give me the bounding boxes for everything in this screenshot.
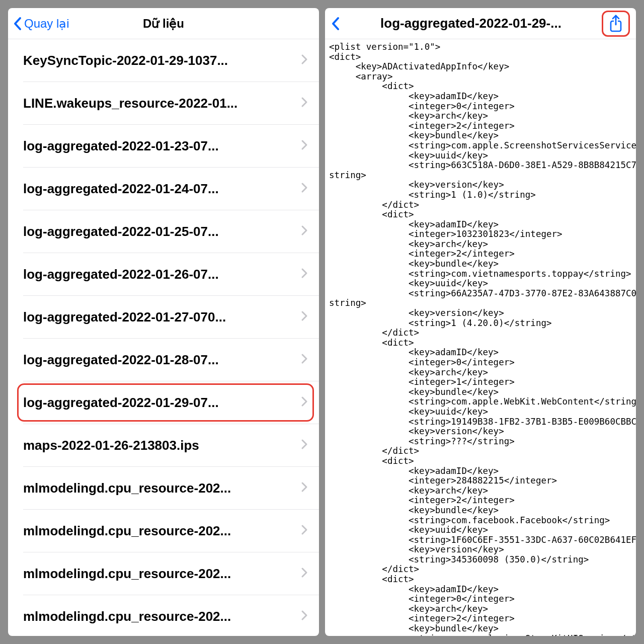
list-item-label: log-aggregated-2022-01-29-07... (23, 395, 301, 411)
file-list: KeySyncTopic-2022-01-29-1037...LINE.wake… (8, 39, 319, 636)
left-nav-bar: Quay lại Dữ liệu (8, 8, 319, 39)
chevron-right-icon (301, 225, 308, 238)
right-nav-bar: log-aggregated-2022-01-29-... (325, 8, 636, 39)
right-panel: log-aggregated-2022-01-29-... <plist ver… (325, 8, 636, 636)
list-item[interactable]: log-aggregated-2022-01-26-07... (23, 253, 319, 296)
chevron-right-icon (301, 268, 308, 281)
list-item[interactable]: mlmodelingd.cpu_resource-202... (23, 552, 319, 595)
list-item[interactable]: log-aggregated-2022-01-29-07... (23, 381, 319, 424)
chevron-right-icon (301, 481, 308, 495)
list-item[interactable]: mlmodelingd.cpu_resource-202... (23, 467, 319, 510)
list-item-label: log-aggregated-2022-01-27-070... (23, 309, 301, 325)
chevron-right-icon (301, 353, 308, 366)
list-item-label: log-aggregated-2022-01-25-07... (23, 224, 301, 239)
list-item[interactable]: LINE.wakeups_resource-2022-01... (23, 82, 319, 125)
list-item-label: mlmodelingd.cpu_resource-202... (23, 609, 301, 624)
detail-back-button[interactable] (331, 17, 340, 31)
detail-title: log-aggregated-2022-01-29-... (345, 16, 597, 31)
chevron-right-icon (301, 524, 308, 537)
share-icon (608, 15, 623, 33)
list-item-label: KeySyncTopic-2022-01-29-1037... (23, 53, 301, 68)
chevron-right-icon (301, 139, 308, 152)
list-item-label: log-aggregated-2022-01-26-07... (23, 267, 301, 282)
list-item-label: log-aggregated-2022-01-28-07... (23, 352, 301, 368)
list-item[interactable]: log-aggregated-2022-01-28-07... (23, 339, 319, 381)
list-item-label: mlmodelingd.cpu_resource-202... (23, 523, 301, 539)
chevron-right-icon (301, 310, 308, 324)
back-label: Quay lại (24, 17, 69, 31)
chevron-left-icon (13, 17, 22, 31)
chevron-right-icon (301, 567, 308, 580)
chevron-left-icon (331, 17, 340, 31)
list-item[interactable]: log-aggregated-2022-01-24-07... (23, 168, 319, 210)
chevron-right-icon (301, 396, 308, 409)
list-item-label: maps-2022-01-26-213803.ips (23, 438, 301, 453)
back-button[interactable]: Quay lại (13, 17, 69, 31)
left-panel: Quay lại Dữ liệu KeySyncTopic-2022-01-29… (8, 8, 319, 636)
page-title: Dữ liệu (143, 17, 184, 31)
list-item-label: log-aggregated-2022-01-24-07... (23, 181, 301, 197)
chevron-right-icon (301, 54, 308, 67)
list-item[interactable]: log-aggregated-2022-01-23-07... (23, 125, 319, 168)
chevron-right-icon (301, 610, 308, 623)
chevron-right-icon (301, 182, 308, 195)
share-button[interactable] (602, 11, 630, 37)
list-item-label: mlmodelingd.cpu_resource-202... (23, 480, 301, 496)
chevron-right-icon (301, 97, 308, 110)
code-content: <plist version="1.0"> <dict> <key>ADActi… (325, 39, 636, 636)
list-item[interactable]: KeySyncTopic-2022-01-29-1037... (23, 39, 319, 82)
chevron-right-icon (301, 439, 308, 452)
list-item[interactable]: log-aggregated-2022-01-25-07... (23, 210, 319, 253)
list-item-label: log-aggregated-2022-01-23-07... (23, 138, 301, 154)
list-item-label: LINE.wakeups_resource-2022-01... (23, 96, 301, 111)
list-item[interactable]: mlmodelingd.cpu_resource-202... (23, 510, 319, 552)
list-item[interactable]: mlmodelingd.cpu_resource-202... (23, 595, 319, 636)
list-item[interactable]: log-aggregated-2022-01-27-070... (23, 296, 319, 339)
list-item-label: mlmodelingd.cpu_resource-202... (23, 566, 301, 582)
list-item[interactable]: maps-2022-01-26-213803.ips (23, 424, 319, 467)
